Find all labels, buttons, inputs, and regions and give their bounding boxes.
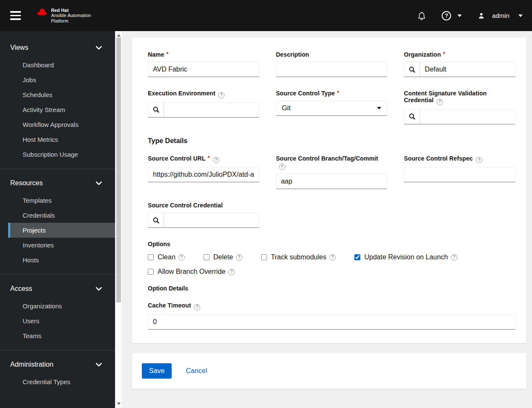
source-control-credential-input[interactable] (164, 213, 259, 228)
source-control-credential-label: Source Control Credential (148, 202, 223, 209)
nav-item-schedules[interactable]: Schedules (8, 87, 115, 102)
source-control-credential-field: Source Control Credential (148, 202, 259, 228)
user-menu-button[interactable]: admin (477, 11, 523, 20)
track-submodules-checkbox[interactable] (261, 254, 267, 260)
help-icon[interactable]: ? (218, 92, 224, 98)
nav-item-dashboard[interactable]: Dashboard (8, 57, 115, 72)
nav-item-organizations[interactable]: Organizations (8, 299, 115, 313)
description-field: Description (276, 51, 388, 77)
nav-item-workflow-approvals[interactable]: Workflow Approvals (8, 117, 115, 132)
nav-item-jobs[interactable]: Jobs (8, 72, 115, 87)
help-icon[interactable]: ? (451, 254, 457, 261)
nav-item-teams[interactable]: Teams (8, 328, 115, 343)
name-input[interactable] (148, 62, 259, 77)
description-label: Description (276, 51, 309, 58)
source-control-branch-input[interactable] (276, 174, 388, 189)
search-icon (408, 113, 416, 120)
required-asterisk: * (208, 155, 210, 161)
source-control-credential-search-button[interactable] (148, 213, 164, 228)
main-content: Name* Description Organization* (122, 31, 532, 408)
nav-item-subscription-usage[interactable]: Subscription Usage (8, 147, 115, 162)
nav-item-users[interactable]: Users (8, 313, 115, 328)
source-control-refspec-input[interactable] (404, 167, 515, 182)
scroll-down-arrow-icon[interactable] (117, 402, 121, 405)
nav-item-projects[interactable]: Projects (8, 223, 115, 238)
sidebar-scrollbar[interactable] (115, 31, 122, 408)
source-control-url-input[interactable] (148, 167, 259, 182)
update-revision-checkbox[interactable] (354, 254, 360, 260)
delete-checkbox[interactable] (204, 254, 210, 260)
content-signature-credential-search-button[interactable] (404, 109, 420, 124)
help-icon[interactable]: ? (236, 254, 242, 261)
brand-logo: Red Hat Ansible Automation Platform (35, 8, 91, 24)
nav-item-activity-stream[interactable]: Activity Stream (8, 102, 115, 117)
options-title: Options (148, 241, 515, 247)
scrollbar-thumb[interactable] (116, 37, 121, 302)
clean-checkbox[interactable] (148, 254, 154, 260)
organization-search-button[interactable] (404, 62, 420, 77)
execution-environment-label: Execution Environment (148, 90, 215, 97)
organization-input[interactable] (420, 62, 515, 77)
chevron-down-icon (96, 363, 102, 367)
nav-group-views-toggle[interactable]: Views (0, 38, 115, 57)
execution-environment-search-button[interactable] (148, 102, 164, 118)
nav-item-templates[interactable]: Templates (8, 193, 115, 208)
project-edit-form: Name* Description Organization* (132, 37, 526, 343)
sidebar: Views Dashboard Jobs Schedules Activity … (0, 31, 115, 408)
search-icon (152, 217, 160, 224)
redhat-logo-icon (35, 8, 48, 17)
nav-item-credentials[interactable]: Credentials (8, 208, 115, 223)
name-label: Name (148, 51, 164, 58)
help-icon[interactable]: ? (194, 304, 200, 310)
help-icon[interactable]: ? (329, 254, 336, 261)
search-icon (152, 106, 160, 113)
nav-group-resources-toggle[interactable]: Resources (0, 173, 115, 193)
nav-item-host-metrics[interactable]: Host Metrics (8, 132, 115, 147)
help-icon[interactable]: ? (437, 99, 443, 105)
nav-group-administration-toggle[interactable]: Administration (0, 355, 115, 374)
help-icon[interactable]: ? (476, 157, 482, 163)
notifications-button[interactable] (417, 11, 426, 20)
source-control-branch-field: Source Control Branch/Tag/Commit? (276, 155, 388, 190)
name-field: Name* (148, 51, 259, 77)
allow-branch-override-label: Allow Branch Override (158, 268, 225, 276)
nav-group-administration: Administration Credential Types (0, 350, 115, 395)
brand-line-1: Red Hat (51, 8, 91, 13)
nav-item-inventories[interactable]: Inventories (8, 238, 115, 253)
source-control-type-label: Source Control Type (276, 90, 335, 97)
save-button[interactable]: Save (142, 363, 172, 379)
form-actions: Save Cancel (132, 353, 526, 389)
source-control-branch-label: Source Control Branch/Tag/Commit (276, 155, 378, 162)
source-control-url-field: Source Control URL*? (148, 155, 259, 183)
help-icon[interactable]: ? (279, 164, 285, 170)
track-submodules-label: Track submodules (271, 253, 326, 261)
cache-timeout-field: Cache Timeout? (148, 302, 515, 330)
delete-label: Delete (213, 253, 233, 261)
allow-branch-override-checkbox[interactable] (148, 269, 154, 275)
nav-group-access-toggle[interactable]: Access (0, 279, 115, 299)
source-control-type-select[interactable]: Git (276, 101, 388, 116)
execution-environment-input[interactable] (164, 102, 259, 118)
required-asterisk: * (167, 51, 169, 57)
nav-item-hosts[interactable]: Hosts (8, 253, 115, 267)
nav-item-credential-types[interactable]: Credential Types (8, 374, 115, 389)
scroll-up-arrow-icon[interactable] (117, 34, 121, 37)
caret-down-icon (518, 14, 523, 17)
help-menu-button[interactable]: ? (442, 11, 462, 20)
hamburger-icon (10, 11, 21, 13)
nav-group-label: Access (10, 285, 32, 293)
cancel-button[interactable]: Cancel (186, 367, 207, 375)
user-name: admin (492, 12, 509, 19)
chevron-down-icon (96, 181, 102, 185)
cache-timeout-input[interactable] (148, 314, 515, 330)
delete-checkbox-option: Delete ? (204, 253, 242, 261)
nav-toggle-button[interactable] (8, 9, 23, 23)
content-signature-credential-input[interactable] (420, 109, 515, 124)
search-icon (408, 66, 416, 73)
help-icon[interactable]: ? (213, 157, 219, 163)
help-icon[interactable]: ? (228, 269, 235, 275)
update-revision-checkbox-option: Update Revision on Launch ? (354, 253, 457, 261)
type-details-title: Type Details (148, 137, 515, 145)
help-icon[interactable]: ? (178, 254, 185, 261)
description-input[interactable] (276, 62, 388, 77)
